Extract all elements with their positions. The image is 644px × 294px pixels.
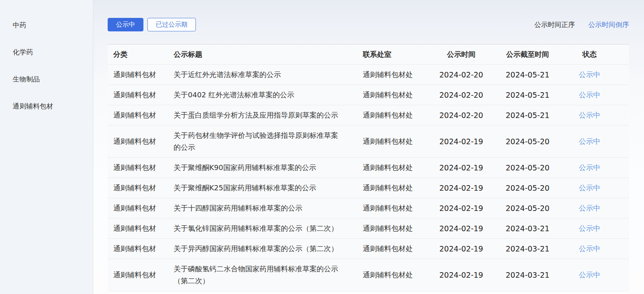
header-publish-date: 公示时间 [429, 44, 493, 64]
cell-deadline: 2024-05-21 [493, 65, 562, 85]
filter-button-expired-notice[interactable]: 已过公示期 [147, 18, 196, 31]
cell-publish-date: 2024-02-19 [429, 239, 493, 259]
cell-deadline: 2024-05-21 [493, 85, 562, 105]
category-sidebar: 中药 化学药 生物制品 通则辅料包材 [0, 0, 93, 294]
table-row: 通则辅料包材 关于近红外光谱法标准草案的公示 通则辅料包材处 2024-02-2… [108, 65, 629, 85]
sort-link-ascending[interactable]: 公示时间正序 [534, 20, 575, 29]
cell-title[interactable]: 关于0402 红外光谱法标准草案的公示 [174, 85, 363, 105]
status-link[interactable]: 公示中 [579, 204, 600, 212]
cell-status: 公示中 [562, 158, 629, 178]
cell-deadline: 2024-05-21 [493, 105, 562, 125]
cell-category: 通则辅料包材 [108, 178, 174, 198]
cell-publish-date: 2024-02-20 [429, 85, 493, 105]
notice-title-text[interactable]: 关于0402 红外光谱法标准草案的公示 [174, 91, 294, 99]
table-row: 通则辅料包材 关于异丙醇国家药用辅料标准草案的公示（第二次） 通则辅料包材处 2… [108, 239, 629, 259]
cell-publish-date: 2024-02-20 [429, 105, 493, 125]
cell-status: 公示中 [562, 132, 629, 151]
table-row: 通则辅料包材 关于0402 红外光谱法标准草案的公示 通则辅料包材处 2024-… [108, 85, 629, 105]
status-link[interactable]: 公示中 [579, 70, 600, 79]
cell-deadline: 2024-03-21 [493, 219, 562, 238]
status-link[interactable]: 公示中 [579, 137, 600, 145]
cell-title[interactable]: 关于磷酸氢钙二水合物国家药用辅料标准草案的公示（第二次） [174, 259, 363, 291]
notice-title-text[interactable]: 关于近红外光谱法标准草案的公示 [174, 70, 281, 79]
status-link[interactable]: 公示中 [579, 111, 600, 119]
cell-deadline: 2024-05-20 [493, 132, 562, 151]
header-deadline: 公示截至时间 [493, 44, 562, 64]
cell-status: 公示中 [562, 178, 629, 198]
notice-title-text[interactable]: 关于蛋白质组学分析方法及应用指导原则草案的公示 [174, 111, 338, 119]
cell-title[interactable]: 关于聚维酮K25国家药用辅料标准草案的公示 [174, 178, 363, 198]
status-link[interactable]: 公示中 [579, 91, 600, 99]
sort-group: 公示时间正序 公示时间倒序 [534, 20, 629, 29]
table-row: 通则辅料包材 关于聚维酮K25国家药用辅料标准草案的公示 通则辅料包材处 202… [108, 178, 629, 198]
notice-title-text[interactable]: 关于聚维酮K90国家药用辅料标准草案的公示 [174, 163, 316, 172]
cell-deadline: 2024-05-20 [493, 198, 562, 218]
cell-category: 通则辅料包材 [108, 198, 174, 218]
main-content: 公示中 已过公示期 公示时间正序 公示时间倒序 分类 公示标题 联系处室 公示时… [93, 0, 644, 294]
table-row: 通则辅料包材 关于蛋白质组学分析方法及应用指导原则草案的公示 通则辅料包材处 2… [108, 105, 629, 126]
filter-button-in-notice[interactable]: 公示中 [108, 18, 143, 31]
cell-publish-date: 2024-02-19 [429, 198, 493, 218]
status-link[interactable]: 公示中 [579, 224, 600, 232]
table-body: 通则辅料包材 关于近红外光谱法标准草案的公示 通则辅料包材处 2024-02-2… [108, 65, 629, 291]
status-link[interactable]: 公示中 [579, 163, 600, 172]
filter-group: 公示中 已过公示期 [108, 18, 196, 31]
cell-category: 通则辅料包材 [108, 239, 174, 259]
cell-title[interactable]: 关于近红外光谱法标准草案的公示 [174, 65, 363, 85]
status-link[interactable]: 公示中 [579, 184, 600, 192]
cell-office: 通则辅料包材处 [363, 132, 429, 151]
cell-deadline: 2024-03-21 [493, 265, 562, 285]
table-row: 通则辅料包材 关于聚维酮K90国家药用辅料标准草案的公示 通则辅料包材处 202… [108, 158, 629, 178]
cell-category: 通则辅料包材 [108, 85, 174, 105]
toolbar: 公示中 已过公示期 公示时间正序 公示时间倒序 [108, 18, 629, 31]
sidebar-item-huaxueyao[interactable]: 化学药 [13, 48, 93, 75]
sidebar-item-shengwuzhipin[interactable]: 生物制品 [13, 75, 93, 102]
cell-publish-date: 2024-02-19 [429, 219, 493, 238]
notice-title-text[interactable]: 关于异丙醇国家药用辅料标准草案的公示（第二次） [174, 244, 338, 253]
header-status: 状态 [562, 44, 629, 64]
cell-status: 公示中 [562, 85, 629, 105]
sidebar-item-zhongyao[interactable]: 中药 [13, 21, 93, 48]
sort-link-descending[interactable]: 公示时间倒序 [588, 20, 629, 29]
cell-status: 公示中 [562, 265, 629, 285]
status-link[interactable]: 公示中 [579, 271, 600, 279]
cell-office: 通则辅料包材处 [363, 198, 429, 218]
cell-category: 通则辅料包材 [108, 219, 174, 238]
cell-category: 通则辅料包材 [108, 65, 174, 85]
cell-office: 通则辅料包材处 [363, 105, 429, 125]
sidebar-item-tongzefuliaobaocai[interactable]: 通则辅料包材 [13, 102, 93, 129]
cell-title[interactable]: 关于药包材生物学评价与试验选择指导原则标准草案的公示 [174, 126, 363, 157]
cell-title[interactable]: 关于蛋白质组学分析方法及应用指导原则草案的公示 [174, 105, 363, 125]
cell-deadline: 2024-05-20 [493, 158, 562, 178]
cell-status: 公示中 [562, 219, 629, 238]
cell-category: 通则辅料包材 [108, 105, 174, 125]
cell-deadline: 2024-05-20 [493, 178, 562, 198]
cell-category: 通则辅料包材 [108, 265, 174, 285]
notice-title-text[interactable]: 关于十四醇国家药用辅料标准草案的公示 [174, 204, 302, 212]
cell-office: 通则辅料包材处 [363, 178, 429, 198]
cell-category: 通则辅料包材 [108, 158, 174, 178]
cell-title[interactable]: 关于异丙醇国家药用辅料标准草案的公示（第二次） [174, 239, 363, 259]
cell-status: 公示中 [562, 65, 629, 85]
table-row: 通则辅料包材 关于药包材生物学评价与试验选择指导原则标准草案的公示 通则辅料包材… [108, 126, 629, 158]
notice-title-text[interactable]: 关于氯化锌国家药用辅料标准草案的公示（第二次） [174, 224, 338, 232]
cell-office: 通则辅料包材处 [363, 85, 429, 105]
cell-office: 通则辅料包材处 [363, 239, 429, 259]
header-office: 联系处室 [363, 44, 429, 64]
table-row: 通则辅料包材 关于十四醇国家药用辅料标准草案的公示 通则辅料包材处 2024-0… [108, 198, 629, 219]
cell-title[interactable]: 关于十四醇国家药用辅料标准草案的公示 [174, 198, 363, 218]
cell-title[interactable]: 关于氯化锌国家药用辅料标准草案的公示（第二次） [174, 219, 363, 238]
cell-status: 公示中 [562, 239, 629, 259]
cell-status: 公示中 [562, 105, 629, 125]
notice-title-text[interactable]: 关于聚维酮K25国家药用辅料标准草案的公示 [174, 184, 316, 192]
cell-deadline: 2024-03-21 [493, 239, 562, 259]
cell-publish-date: 2024-02-19 [429, 158, 493, 178]
cell-title[interactable]: 关于聚维酮K90国家药用辅料标准草案的公示 [174, 158, 363, 178]
table-row: 通则辅料包材 关于氯化锌国家药用辅料标准草案的公示（第二次） 通则辅料包材处 2… [108, 219, 629, 239]
cell-office: 通则辅料包材处 [363, 219, 429, 238]
table-header-row: 分类 公示标题 联系处室 公示时间 公示截至时间 状态 [108, 44, 629, 65]
status-link[interactable]: 公示中 [579, 244, 600, 253]
notice-title-text[interactable]: 关于磷酸氢钙二水合物国家药用辅料标准草案的公示（第二次） [174, 265, 338, 285]
cell-category: 通则辅料包材 [108, 132, 174, 151]
notice-title-text[interactable]: 关于药包材生物学评价与试验选择指导原则标准草案的公示 [174, 131, 338, 151]
